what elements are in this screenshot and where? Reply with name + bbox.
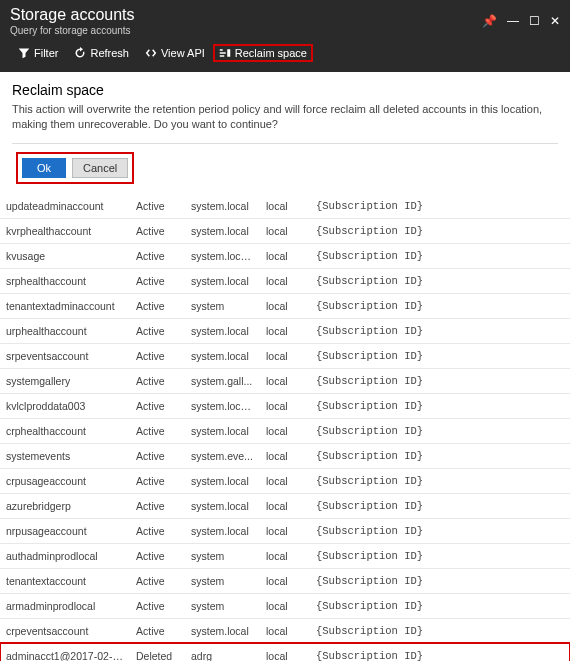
- ok-button[interactable]: Ok: [22, 158, 66, 178]
- cell-location: local: [260, 643, 310, 661]
- cell-resource-group: system.local: [185, 194, 260, 219]
- cell-status: Active: [130, 393, 185, 418]
- cell-resource-group: system.local: [185, 493, 260, 518]
- table-row[interactable]: kvlclproddata003Activesystem.loca...loca…: [0, 393, 570, 418]
- cell-resource-group: adrg: [185, 643, 260, 661]
- cell-status: Active: [130, 593, 185, 618]
- cell-status: Active: [130, 343, 185, 368]
- toolbar: Filter Refresh View API Reclaim space: [10, 44, 560, 68]
- table-row[interactable]: tenantextaccountActivesystemlocal{Subscr…: [0, 568, 570, 593]
- table-row[interactable]: azurebridgerpActivesystem.locallocal{Sub…: [0, 493, 570, 518]
- cell-resource-group: system.local: [185, 268, 260, 293]
- table-row[interactable]: updateadminaccountActivesystem.localloca…: [0, 194, 570, 219]
- table-row[interactable]: adminacct1@2017-02-22T18...Deletedadrglo…: [0, 643, 570, 661]
- cell-name: urphealthaccount: [0, 318, 130, 343]
- cell-location: local: [260, 418, 310, 443]
- cell-resource-group: system: [185, 293, 260, 318]
- cell-resource-group: system.loca...: [185, 393, 260, 418]
- dialog-title: Reclaim space: [12, 82, 558, 98]
- cell-name: nrpusageaccount: [0, 518, 130, 543]
- minimize-icon[interactable]: —: [507, 14, 519, 28]
- filter-button[interactable]: Filter: [10, 44, 66, 62]
- pin-icon[interactable]: 📌: [482, 14, 497, 28]
- cell-status: Active: [130, 368, 185, 393]
- cell-name: armadminprodlocal: [0, 593, 130, 618]
- cell-location: local: [260, 318, 310, 343]
- cell-name: tenantextaccount: [0, 568, 130, 593]
- cell-resource-group: system.eve...: [185, 443, 260, 468]
- cell-name: crpeventsaccount: [0, 618, 130, 643]
- cell-name: kvrphealthaccount: [0, 218, 130, 243]
- cell-name: kvusage: [0, 243, 130, 268]
- page-title: Storage accounts: [10, 6, 135, 24]
- cell-status: Active: [130, 468, 185, 493]
- table-row[interactable]: kvusageActivesystem.loca...local{Subscri…: [0, 243, 570, 268]
- cell-location: local: [260, 194, 310, 219]
- cell-status: Active: [130, 568, 185, 593]
- close-icon[interactable]: ✕: [550, 14, 560, 28]
- cell-status: Active: [130, 194, 185, 219]
- cell-subscription: {Subscription ID}: [310, 418, 570, 443]
- table-row[interactable]: systemeventsActivesystem.eve...local{Sub…: [0, 443, 570, 468]
- cell-subscription: {Subscription ID}: [310, 368, 570, 393]
- reclaim-dialog: Reclaim space This action will overwrite…: [0, 72, 570, 190]
- refresh-button[interactable]: Refresh: [66, 44, 137, 62]
- divider: [12, 143, 558, 144]
- cell-status: Active: [130, 518, 185, 543]
- table-row[interactable]: nrpusageaccountActivesystem.locallocal{S…: [0, 518, 570, 543]
- cell-name: systemevents: [0, 443, 130, 468]
- cell-subscription: {Subscription ID}: [310, 543, 570, 568]
- cell-status: Deleted: [130, 643, 185, 661]
- filter-label: Filter: [34, 47, 58, 59]
- view-api-label: View API: [161, 47, 205, 59]
- maximize-icon[interactable]: ☐: [529, 14, 540, 28]
- cell-status: Active: [130, 218, 185, 243]
- cell-location: local: [260, 368, 310, 393]
- refresh-icon: [74, 47, 86, 59]
- code-icon: [145, 47, 157, 59]
- cell-resource-group: system.local: [185, 518, 260, 543]
- cell-status: Active: [130, 618, 185, 643]
- cell-subscription: {Subscription ID}: [310, 443, 570, 468]
- cell-location: local: [260, 593, 310, 618]
- table-row[interactable]: srphealthaccountActivesystem.locallocal{…: [0, 268, 570, 293]
- cell-subscription: {Subscription ID}: [310, 593, 570, 618]
- cell-location: local: [260, 518, 310, 543]
- dialog-message: This action will overwrite the retention…: [12, 102, 558, 133]
- cell-subscription: {Subscription ID}: [310, 618, 570, 643]
- cell-name: adminacct1@2017-02-22T18...: [0, 643, 130, 661]
- table-row[interactable]: kvrphealthaccountActivesystem.locallocal…: [0, 218, 570, 243]
- cell-location: local: [260, 568, 310, 593]
- table-row[interactable]: srpeventsaccountActivesystem.locallocal{…: [0, 343, 570, 368]
- cell-location: local: [260, 393, 310, 418]
- table-row[interactable]: crpeventsaccountActivesystem.locallocal{…: [0, 618, 570, 643]
- cell-resource-group: system.local: [185, 343, 260, 368]
- table-row[interactable]: crpusageaccountActivesystem.locallocal{S…: [0, 468, 570, 493]
- cell-name: crphealthaccount: [0, 418, 130, 443]
- cell-name: authadminprodlocal: [0, 543, 130, 568]
- cell-subscription: {Subscription ID}: [310, 293, 570, 318]
- cell-subscription: {Subscription ID}: [310, 343, 570, 368]
- cell-resource-group: system.local: [185, 418, 260, 443]
- cell-name: systemgallery: [0, 368, 130, 393]
- cell-status: Active: [130, 543, 185, 568]
- table-row[interactable]: armadminprodlocalActivesystemlocal{Subsc…: [0, 593, 570, 618]
- cell-resource-group: system.local: [185, 468, 260, 493]
- table-row[interactable]: crphealthaccountActivesystem.locallocal{…: [0, 418, 570, 443]
- cell-subscription: {Subscription ID}: [310, 318, 570, 343]
- cell-subscription: {Subscription ID}: [310, 218, 570, 243]
- cell-subscription: {Subscription ID}: [310, 568, 570, 593]
- cell-name: srphealthaccount: [0, 268, 130, 293]
- table-row[interactable]: systemgalleryActivesystem.gall...local{S…: [0, 368, 570, 393]
- table-row[interactable]: authadminprodlocalActivesystemlocal{Subs…: [0, 543, 570, 568]
- cell-location: local: [260, 443, 310, 468]
- filter-icon: [18, 47, 30, 59]
- table-row[interactable]: urphealthaccountActivesystem.locallocal{…: [0, 318, 570, 343]
- cell-location: local: [260, 468, 310, 493]
- reclaim-space-button[interactable]: Reclaim space: [213, 44, 313, 62]
- cancel-button[interactable]: Cancel: [72, 158, 128, 178]
- refresh-label: Refresh: [90, 47, 129, 59]
- cell-subscription: {Subscription ID}: [310, 243, 570, 268]
- table-row[interactable]: tenantextadminaccountActivesystemlocal{S…: [0, 293, 570, 318]
- view-api-button[interactable]: View API: [137, 44, 213, 62]
